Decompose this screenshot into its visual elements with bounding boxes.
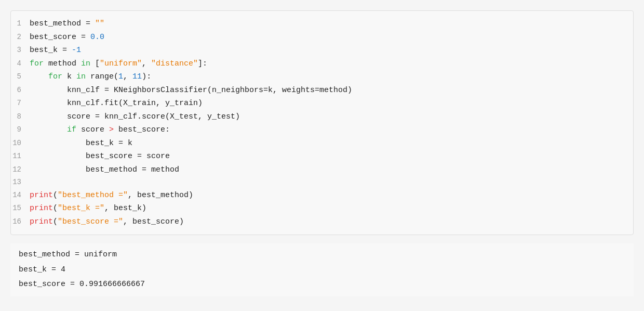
code-line: 16print("best_score =", best_score) [11, 215, 633, 229]
output-line: best_k = 4 [19, 263, 625, 278]
line-content: print("best_method =", best_method) [30, 189, 627, 202]
output-line: best_method = uniform [19, 248, 625, 263]
token: if [67, 125, 76, 134]
token [30, 125, 67, 134]
line-number: 16 [11, 216, 30, 228]
token: best_method = [30, 19, 95, 28]
line-content: best_score = 0.0 [30, 31, 627, 44]
line-content: best_score = score [30, 150, 627, 163]
line-number: 6 [11, 84, 30, 97]
line-number: 7 [11, 97, 30, 110]
token: for [30, 59, 44, 68]
token: , [142, 59, 151, 68]
line-content: best_method = "" [30, 17, 627, 31]
code-line: 14print("best_method =", best_method) [11, 189, 633, 202]
code-block: 1best_method = ""2best_score = 0.03best_… [10, 10, 634, 235]
token: score [76, 125, 109, 134]
code-line: 15print("best_k =", best_k) [11, 202, 633, 215]
token: "" [95, 19, 104, 28]
token: [ [90, 59, 100, 68]
output-line: best_score = 0.991666666667 [19, 277, 625, 292]
line-number: 5 [11, 71, 30, 83]
token: "best_k =" [58, 204, 104, 213]
token: , best_method) [128, 191, 193, 200]
code-line: 10 best_k = k [11, 137, 633, 150]
line-content: best_k = -1 [30, 44, 627, 57]
line-number: 10 [11, 137, 30, 150]
token: best_score = [30, 33, 90, 42]
code-line: 3best_k = -1 [11, 44, 633, 57]
line-content: for k in range(1, 11): [30, 70, 627, 84]
token: print [30, 204, 53, 213]
line-content: if score > best_score: [30, 123, 627, 137]
token: method [44, 59, 81, 68]
line-content: knn_clf.fit(X_train, y_train) [30, 97, 627, 110]
line-content: best_method = method [30, 163, 627, 177]
token: k [62, 72, 76, 81]
token: in [76, 72, 86, 81]
code-line: 1best_method = "" [11, 17, 633, 31]
output-block: best_method = uniformbest_k = 4best_scor… [10, 243, 634, 296]
code-line: 7 knn_clf.fit(X_train, y_train) [11, 97, 633, 110]
token: "best_score =" [58, 217, 123, 226]
line-number: 11 [11, 150, 30, 163]
token: "distance" [151, 59, 198, 68]
token: in [81, 59, 90, 68]
token: ]: [198, 59, 207, 68]
line-content: print("best_k =", best_k) [30, 202, 627, 215]
token: best_method = method [30, 165, 179, 174]
line-number: 1 [11, 18, 30, 30]
token: score = knn_clf.score(X_test, y_test) [30, 112, 240, 121]
token: ( [53, 204, 58, 213]
line-number: 13 [11, 176, 30, 189]
token: best_k = k [30, 139, 132, 148]
token: "best_method =" [58, 191, 128, 200]
token: knn_clf = KNeighborsClassifier(n_neighbo… [30, 86, 352, 95]
line-content: best_k = k [30, 137, 627, 150]
token: > [109, 125, 114, 134]
code-line: 5 for k in range(1, 11): [11, 70, 633, 84]
token: , [123, 72, 132, 81]
token: -1 [72, 46, 81, 55]
code-line: 4for method in ["uniform", "distance"]: [11, 57, 633, 71]
line-number: 12 [11, 164, 30, 176]
code-line: 13 [11, 176, 633, 189]
code-line: 9 if score > best_score: [11, 123, 633, 137]
code-line: 2best_score = 0.0 [11, 31, 633, 44]
line-number: 2 [11, 31, 30, 44]
code-line: 6 knn_clf = KNeighborsClassifier(n_neigh… [11, 84, 633, 97]
token: 11 [132, 72, 142, 81]
code-line: 8 score = knn_clf.score(X_test, y_test) [11, 110, 633, 124]
main-container: 1best_method = ""2best_score = 0.03best_… [0, 0, 644, 311]
line-number: 8 [11, 111, 30, 123]
line-number: 3 [11, 44, 30, 57]
line-number: 14 [11, 189, 30, 202]
line-number: 4 [11, 58, 30, 70]
token: "uniform" [100, 59, 142, 68]
token: ( [53, 217, 58, 226]
token: best_score: [114, 125, 170, 134]
line-content: for method in ["uniform", "distance"]: [30, 57, 627, 71]
token: best_k = [30, 46, 72, 55]
line-content: print("best_score =", best_score) [30, 215, 627, 229]
token: 1 [118, 72, 123, 81]
token: , best_k) [104, 204, 146, 213]
token [30, 72, 48, 81]
token: best_score = score [30, 152, 170, 161]
token: print [30, 191, 53, 200]
code-line: 12 best_method = method [11, 163, 633, 177]
line-content: knn_clf = KNeighborsClassifier(n_neighbo… [30, 84, 627, 97]
token: print [30, 217, 53, 226]
token: , best_score) [123, 217, 184, 226]
token: ( [53, 191, 58, 200]
token: knn_clf.fit(X_train, y_train) [30, 99, 203, 108]
token: range( [86, 72, 118, 81]
code-line: 11 best_score = score [11, 150, 633, 163]
line-number: 9 [11, 124, 30, 136]
token: for [48, 72, 62, 81]
token: ): [142, 72, 151, 81]
line-content: score = knn_clf.score(X_test, y_test) [30, 110, 627, 124]
token: 0.0 [90, 33, 104, 42]
line-number: 15 [11, 202, 30, 215]
